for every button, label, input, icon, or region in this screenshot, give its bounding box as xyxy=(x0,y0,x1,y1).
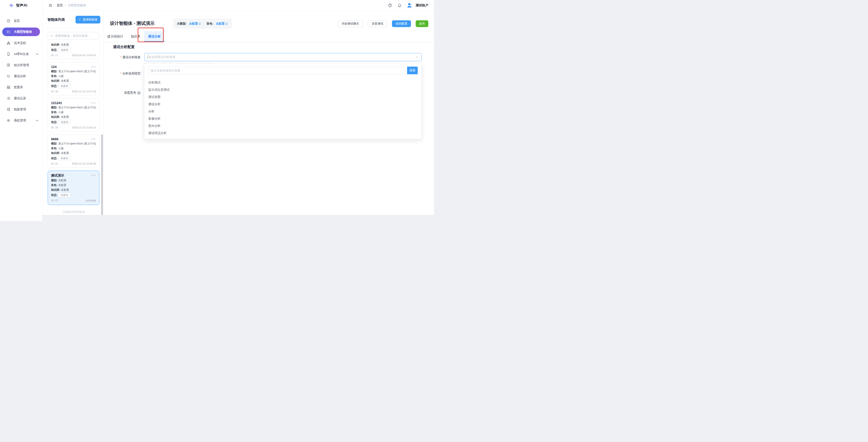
breadcrumb-home[interactable]: 首页 xyxy=(57,3,63,7)
edit-icon xyxy=(198,22,201,25)
agent-card-id: ID: 22 xyxy=(51,162,58,165)
sidebar-item-route[interactable]: 线路管理 xyxy=(0,104,42,115)
design-tabs: 提示词设计知识库通话分析 xyxy=(103,31,434,42)
agent-card[interactable]: 124 ●●● 模型:通义千问-qwen-flash (通义千问) 音色:小露 … xyxy=(48,62,99,95)
agent-card[interactable]: 知识库:未配置 状态:未发布 ID: 17 2025-09-30 13:54:3… xyxy=(48,41,99,59)
sidebar-item-search[interactable]: 通话分析 xyxy=(0,71,42,82)
section-title: 通话分析配置 xyxy=(113,45,135,49)
brand-logo: 智声AI xyxy=(0,0,42,11)
tab-1[interactable]: 知识库 xyxy=(127,31,144,42)
dropdown-option[interactable]: 客服分析 xyxy=(145,115,421,122)
chevron-down-icon xyxy=(35,118,39,122)
sidebar-item-phone[interactable]: AI呼叫任务 xyxy=(0,48,42,60)
tab-2[interactable]: 通话分析 xyxy=(144,31,164,42)
route-icon xyxy=(6,107,10,111)
more-actions-icon[interactable]: ●●● xyxy=(91,173,96,176)
dropdown-options: 分析测试提示词位置测试测试意图通话分析分析客服分析意向分析通话情况分析 xyxy=(145,79,421,137)
agent-card-name: 121241 xyxy=(51,101,62,105)
agent-card-id: ID: 17 xyxy=(51,54,58,57)
publish-button[interactable]: 发布 xyxy=(416,20,428,27)
agent-list-panel: 智能体列表 新增智能体 知识库:未配置 状态:未发布 ID: 17 2025-0… xyxy=(42,11,103,215)
status-badge: 未发布 xyxy=(58,84,71,88)
agent-card-name: 124 xyxy=(51,65,57,69)
search-icon xyxy=(50,34,53,37)
sidebar-item-records[interactable]: 通话记录 xyxy=(0,93,42,104)
agent-card[interactable]: 测试演示 ●●● 模型:未配置 音色:未配置 知识库:未配置 状态:未发布 ID… xyxy=(48,171,99,205)
dropdown-option[interactable]: 通话分析 xyxy=(145,101,421,108)
edit-icon xyxy=(225,22,228,25)
agent-list-header: 智能体列表 新增智能体 xyxy=(42,11,103,29)
more-actions-icon[interactable]: ●●● xyxy=(91,65,96,68)
template-dropdown-panel: 搜索 分析测试提示词位置测试测试意图通话分析分析客服分析意向分析通话情况分析 xyxy=(144,63,422,139)
sidebar-item-dashboard[interactable]: 首页 xyxy=(0,15,42,26)
agent-card-id: ID: 27 xyxy=(51,199,58,203)
list-scrollbar-thumb[interactable] xyxy=(101,134,103,215)
add-agent-label: 新增智能体 xyxy=(83,18,97,22)
agent-search-box xyxy=(48,32,99,39)
save-config-button[interactable]: 保存配置 xyxy=(392,20,411,27)
sidebar-collapse-icon[interactable] xyxy=(49,3,53,7)
book-icon xyxy=(6,63,10,67)
question-tooltip-icon[interactable]: ? xyxy=(137,91,141,95)
start-test-chat-button[interactable]: 开始测试聊天 xyxy=(338,20,363,27)
sidebar-item-gear[interactable]: 系统管理 xyxy=(0,115,42,126)
agent-card-id: ID: 20 xyxy=(51,126,58,129)
dropdown-search-button[interactable]: 搜索 xyxy=(407,67,418,74)
records-icon xyxy=(6,96,10,100)
gear-icon xyxy=(6,118,10,122)
status-badge: 未发布 xyxy=(58,156,71,161)
breadcrumb: 首页 / 大模型智能体 xyxy=(57,3,86,7)
model-meta-edit-link[interactable]: 未配置 xyxy=(189,22,201,26)
sidebar-nav: 首页 大模型智能体 话术流程 AI呼叫任务 知识库管理 通话分析 意图库 通话记… xyxy=(0,11,42,126)
dropdown-option[interactable]: 意向分析 xyxy=(145,122,421,130)
dropdown-option[interactable]: 提示词位置测试 xyxy=(145,86,421,94)
dropdown-search-input[interactable] xyxy=(148,67,407,74)
brand-logo-icon xyxy=(9,3,14,8)
analysis-template-select[interactable]: 请选择通话分析模板 xyxy=(144,53,422,61)
plus-icon xyxy=(79,18,81,21)
deep-think-label-row: 深度思考 ? xyxy=(103,91,141,95)
status-badge: 未发布 xyxy=(58,120,71,124)
agent-card[interactable]: 121241 ●●● 模型:通义千问-qwen-flash (通义千问) 音色:… xyxy=(48,98,99,131)
sidebar-item-book[interactable]: 知识库管理 xyxy=(0,60,42,71)
search-icon xyxy=(6,74,10,78)
agent-search-input[interactable] xyxy=(55,34,96,37)
sidebar-item-intent[interactable]: 意图库 xyxy=(0,82,42,93)
topbar-right: 测试租户 xyxy=(388,2,428,8)
voice-test-button[interactable]: 语音测试 xyxy=(368,20,387,27)
agent-card-time: 2025-09-30 13:54:37 xyxy=(72,54,96,57)
dropdown-option[interactable]: 分析 xyxy=(145,108,421,115)
model-meta-label: 大模型: xyxy=(177,22,186,26)
voice-meta-value: 未配置 xyxy=(216,22,225,26)
deep-think-label: 深度思考 xyxy=(124,91,136,95)
agent-card-time: 2025-12-15 16:56:58 xyxy=(72,162,96,165)
brand-name: 智声AI xyxy=(16,3,27,8)
breadcrumb-current: 大模型智能体 xyxy=(68,3,86,7)
voice-meta-edit-link[interactable]: 未配置 xyxy=(216,22,228,26)
user-avatar[interactable] xyxy=(407,2,413,8)
add-agent-button[interactable]: 新增智能体 xyxy=(75,16,100,24)
dropdown-option[interactable]: 测试意图 xyxy=(145,94,421,101)
sidebar-item-agent[interactable]: 大模型智能体 xyxy=(2,28,40,36)
tenant-name[interactable]: 测试租户 xyxy=(416,3,428,7)
agent-icon xyxy=(6,30,10,34)
notification-bell-icon[interactable] xyxy=(397,3,402,7)
agent-card-time: 2025-12-15 13:27:33 xyxy=(72,90,96,93)
intent-icon xyxy=(6,85,10,89)
agent-card-list: 知识库:未配置 状态:未发布 ID: 17 2025-09-30 13:54:3… xyxy=(42,41,103,215)
analysis-model-label: 分析使用模型 xyxy=(103,72,141,76)
help-icon[interactable] xyxy=(388,3,392,7)
agent-card[interactable]: 6666 ●●● 模型:通义千问-qwen-flash (通义千问) 音色:小露… xyxy=(48,135,99,168)
model-meta-value: 未配置 xyxy=(189,22,198,26)
more-actions-icon[interactable]: ●●● xyxy=(91,101,96,104)
more-actions-icon[interactable]: ●●● xyxy=(91,137,96,140)
breadcrumb-separator: / xyxy=(65,4,66,7)
dropdown-option[interactable]: 通话情况分析 xyxy=(145,130,421,137)
topbar: 首页 / 大模型智能体 测试租户 xyxy=(42,0,434,11)
tab-0[interactable]: 提示词设计 xyxy=(103,31,127,42)
sidebar-item-flow[interactable]: 话术流程 xyxy=(0,37,42,48)
template-field-label: 通话分析模板 xyxy=(103,55,141,59)
list-end-text: 已加载全部智能体 xyxy=(48,210,99,214)
dropdown-option[interactable]: 分析测试 xyxy=(145,79,421,86)
page-title: 设计智能体 - 测试演示 xyxy=(110,20,155,26)
